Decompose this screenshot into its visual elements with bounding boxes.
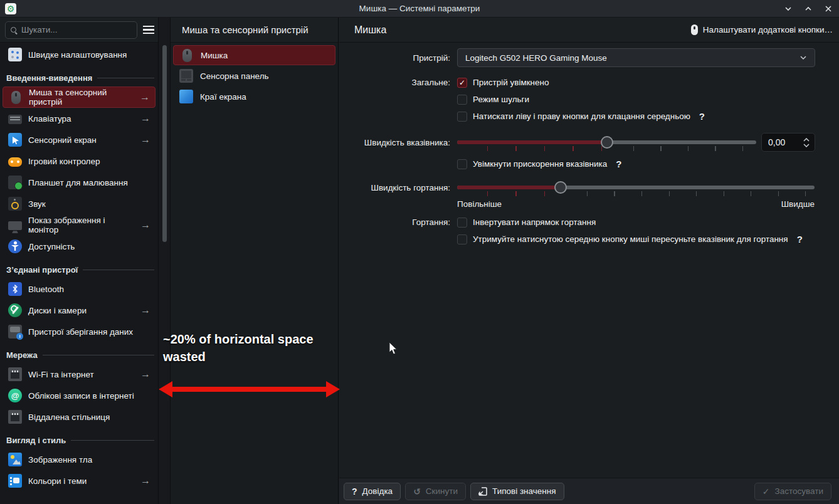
- apply-button[interactable]: ✓ Застосувати: [754, 483, 831, 500]
- chevron-down-icon: [799, 55, 807, 60]
- mouse-icon: [691, 24, 698, 35]
- scroll-speed-label: Швидкість гортання:: [339, 183, 450, 192]
- sidebar-item-keyboard[interactable]: Клавіатура →: [3, 108, 156, 129]
- sidebar-scrollbar-thumb[interactable]: [162, 45, 167, 242]
- search-icon: [11, 27, 17, 33]
- sidebar-section-connected-devices: З’єднані пристрої: [6, 262, 154, 277]
- device-dropdown[interactable]: Logitech G502 HERO Gaming Mouse: [457, 48, 815, 67]
- app-gear-icon: ⚙: [5, 3, 16, 14]
- subcategory-panel: Миша та сенсорний пристрій Мишка Сенсорн…: [171, 18, 339, 504]
- reset-button[interactable]: ↺ Скинути: [405, 483, 466, 500]
- page-title: Мишка: [354, 24, 386, 36]
- sidebar-item-remote-desktop[interactable]: Віддалена стільниця: [3, 406, 156, 428]
- speaker-icon: [8, 197, 22, 211]
- sidebar-item-wifi-internet[interactable]: Wi-Fi та інтернет →: [3, 364, 156, 385]
- subpanel-item-mouse[interactable]: Мишка: [173, 45, 335, 65]
- touchpad-icon: [179, 69, 193, 83]
- arrow-right-icon: →: [140, 134, 150, 145]
- sidebar-item-colors-themes[interactable]: Кольори і теми →: [3, 470, 156, 491]
- network-port-icon: [8, 410, 22, 424]
- sidebar-item-game-controller[interactable]: Ігровий контролер: [3, 150, 156, 172]
- settings-form: Пристрій: Logitech G502 HERO Gaming Mous…: [339, 43, 839, 478]
- window-title: Мишка — Системні параметри: [0, 4, 839, 13]
- sidebar-item-quick-settings[interactable]: Швидке налаштовування: [3, 44, 156, 65]
- arrow-right-icon: →: [140, 113, 150, 124]
- search-input[interactable]: Шукати...: [5, 21, 137, 39]
- drawing-tablet-icon: [8, 176, 22, 189]
- minimize-button[interactable]: [781, 2, 795, 16]
- device-label: Пристрій:: [339, 53, 450, 63]
- annotation-double-arrow: [159, 381, 340, 398]
- subpanel-item-touchpad[interactable]: Сенсорна панель: [173, 66, 335, 86]
- mouse-icon: [182, 49, 192, 62]
- checkmark-icon: ✓: [762, 486, 770, 496]
- network-port-icon: [8, 367, 22, 381]
- subpanel-item-screen-edges[interactable]: Краї екрана: [173, 87, 335, 107]
- middle-drag-scroll-checkbox[interactable]: [457, 234, 467, 244]
- colors-icon: [8, 474, 22, 488]
- arrow-right-icon: →: [140, 369, 150, 380]
- keyboard-icon: [8, 115, 22, 124]
- sidebar-item-disks-cameras[interactable]: Диски і камери →: [3, 300, 156, 321]
- sidebar-item-touchscreen[interactable]: Сенсорний екран →: [3, 129, 156, 150]
- sidebar-item-display-monitor[interactable]: Показ зображення і монітор →: [3, 214, 156, 236]
- left-handed-checkbox[interactable]: [457, 95, 467, 105]
- mouse-icon: [11, 91, 21, 104]
- spin-down-icon: [803, 144, 810, 147]
- maximize-button[interactable]: [801, 2, 815, 16]
- wrench-icon: [8, 303, 22, 317]
- sidebar-item-accessibility[interactable]: Доступність: [3, 236, 156, 257]
- wallpaper-icon: [8, 453, 22, 466]
- arrow-right-icon: →: [140, 305, 150, 316]
- touchscreen-icon: [8, 133, 22, 147]
- pointer-acceleration-checkbox[interactable]: [457, 159, 467, 169]
- help-icon[interactable]: ?: [699, 111, 705, 122]
- search-placeholder: Шукати...: [21, 25, 58, 34]
- storage-drive-icon: [8, 325, 22, 339]
- monitor-icon: [8, 221, 22, 230]
- defaults-button[interactable]: Типові значення: [470, 483, 564, 500]
- scrolling-label: Гортання:: [339, 218, 450, 227]
- sidebar-item-wallpaper[interactable]: Зображення тла: [3, 449, 156, 470]
- subpanel-title: Миша та сенсорний пристрій: [171, 18, 338, 43]
- sidebar-item-drawing-tablet[interactable]: Планшет для малювання: [3, 172, 156, 193]
- question-icon: ?: [352, 486, 357, 496]
- sidebar-item-storage-devices[interactable]: Пристрої зберігання даних: [3, 321, 156, 342]
- sliders-icon: [8, 48, 22, 61]
- pointer-speed-spinbox[interactable]: 0,00: [761, 133, 815, 152]
- help-icon[interactable]: ?: [797, 234, 803, 244]
- mouse-cursor: [389, 342, 399, 355]
- restore-defaults-icon: [478, 487, 487, 496]
- invert-scroll-checkbox[interactable]: [457, 218, 467, 228]
- gamepad-icon: [8, 157, 22, 167]
- pointer-speed-label: Швидкість вказівника:: [339, 138, 450, 147]
- arrow-right-icon: →: [140, 92, 150, 103]
- slider-handle[interactable]: [601, 136, 613, 149]
- sidebar-item-online-accounts[interactable]: @ Облікові записи в інтернеті: [3, 385, 156, 406]
- footer-bar: ? Довідка ↺ Скинути Типові значення ✓ За…: [339, 478, 839, 504]
- hamburger-menu-icon[interactable]: [143, 26, 154, 34]
- sidebar-item-mouse-touch[interactable]: Миша та сенсорний пристрій →: [3, 87, 156, 108]
- sidebar-item-sound[interactable]: Звук: [3, 193, 156, 214]
- at-sign-icon: @: [8, 389, 22, 402]
- pointer-speed-slider[interactable]: [457, 134, 756, 150]
- main-panel: Мишка Налаштувати додаткові кнопки… Прис…: [339, 18, 839, 504]
- sidebar-scrollbar-track[interactable]: [158, 18, 171, 504]
- titlebar: ⚙ Мишка — Системні параметри: [0, 0, 839, 18]
- arrow-right-icon: →: [140, 219, 150, 231]
- sidebar-item-bluetooth[interactable]: Bluetooth: [3, 278, 156, 300]
- screen-corner-icon: [179, 90, 193, 103]
- scroll-speed-slider[interactable]: [457, 179, 815, 196]
- faster-label: Швидше: [781, 199, 815, 209]
- arrow-right-icon: →: [140, 475, 150, 486]
- annotation-text: ~20% of horizontal space wasted: [163, 330, 331, 365]
- sidebar-section-appearance: Вигляд і стиль: [6, 433, 154, 448]
- middle-click-emulation-checkbox[interactable]: [457, 112, 467, 122]
- device-enabled-checkbox[interactable]: [457, 78, 467, 88]
- sidebar-section-input-output: Введення-виведення: [6, 70, 154, 85]
- configure-extra-buttons-button[interactable]: Налаштувати додаткові кнопки…: [690, 22, 834, 38]
- help-button[interactable]: ? Довідка: [344, 483, 401, 500]
- sidebar-list: Швидке налаштовування Введення-виведення…: [0, 43, 158, 504]
- help-icon[interactable]: ?: [616, 159, 621, 169]
- close-button[interactable]: [821, 2, 835, 16]
